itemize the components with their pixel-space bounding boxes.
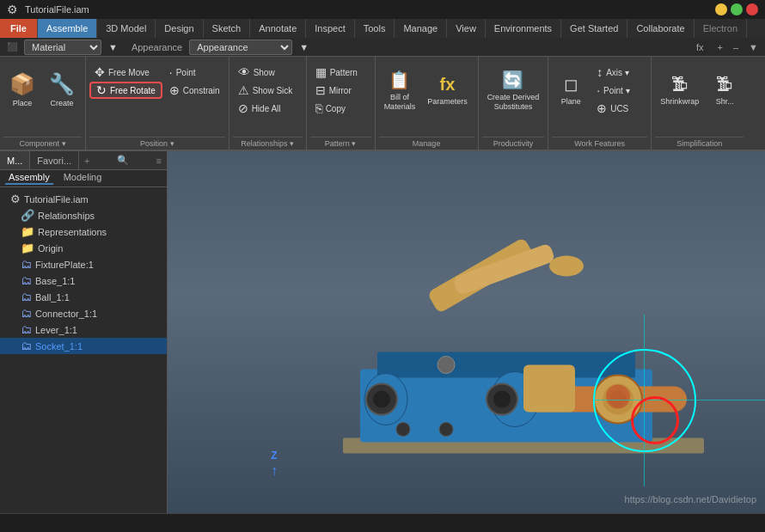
assembly-tab[interactable]: Assembly	[5, 172, 53, 185]
viewport[interactable]: Z ↑ https://blog.csdn.net/Davidietop	[168, 151, 765, 513]
constrain-icon: ⊕	[169, 83, 180, 97]
work-features-section-label: Work Features	[552, 137, 647, 150]
create-derived-icon: 🔄	[502, 70, 523, 90]
menu-tab-design[interactable]: Design	[156, 19, 203, 38]
lever-icon: 🗂	[21, 323, 32, 336]
hide-all-icon: ⊘	[238, 101, 248, 115]
create-icon: 🔧	[49, 72, 75, 96]
close-btn[interactable]	[746, 3, 758, 15]
tree-item-fixtureplate[interactable]: 🗂 FixturePlate:1	[0, 256, 167, 272]
menu-tab-sketch[interactable]: Sketch	[204, 19, 251, 38]
tree-item-connector[interactable]: 🗂 Connector_1:1	[0, 305, 167, 321]
ribbon-section-productivity: 🔄 Create DerivedSubstitutes Productivity	[479, 57, 549, 150]
ball-icon: 🗂	[21, 290, 32, 303]
ribbon-section-pattern: ▦ Pattern ⊟ Mirror ⎘ Copy Pattern ▾	[307, 57, 376, 150]
bom-button[interactable]: 📋 Bill ofMaterials	[379, 60, 421, 120]
tree-item-origin[interactable]: 📁 Origin	[0, 240, 167, 256]
material-select[interactable]: Material	[24, 40, 101, 55]
menu-tab-annotate[interactable]: Annotate	[250, 19, 306, 38]
tree-item-socket[interactable]: 🗂 Socket_1:1	[0, 338, 167, 354]
socket-icon: 🗂	[21, 339, 32, 352]
pattern-button[interactable]: ▦ Pattern	[310, 64, 363, 81]
minimize-btn[interactable]	[715, 3, 727, 15]
parameters-button[interactable]: fx Parameters	[422, 60, 473, 120]
sidebar-tab-model[interactable]: M...	[0, 151, 30, 169]
sidebar-search[interactable]: 🔍	[112, 151, 134, 169]
free-rotate-button[interactable]: ↻ Free Rotate	[89, 82, 162, 99]
point-button[interactable]: · Point	[164, 64, 225, 81]
show-button[interactable]: 👁 Show	[233, 64, 298, 81]
menu-tab-manage[interactable]: Manage	[395, 19, 447, 38]
mirror-button[interactable]: ⊟ Mirror	[310, 82, 363, 99]
place-icon: 📦	[9, 72, 35, 96]
svg-point-12	[549, 255, 584, 276]
show-icon: 👁	[238, 65, 250, 79]
svg-point-19	[396, 422, 410, 436]
svg-rect-13	[523, 364, 575, 412]
sidebar-tab-favorites[interactable]: Favori...	[30, 151, 79, 169]
red-circle-highlight	[631, 396, 679, 444]
create-derived-button[interactable]: 🔄 Create DerivedSubstitutes	[482, 60, 545, 120]
relationships-col: 👁 Show ⚠ Show Sick ⊘ Hide All	[233, 60, 298, 117]
menu-tab-file[interactable]: File	[0, 19, 38, 38]
axis-indicator: Z ↑	[271, 449, 278, 479]
plane-button[interactable]: ◻ Plane	[552, 60, 590, 120]
shrinkwrap-button[interactable]: 🗜 Shrinkwrap	[655, 60, 704, 120]
ribbon-section-manage: 📋 Bill ofMaterials fx Parameters Manage	[376, 57, 479, 150]
maximize-btn[interactable]	[731, 3, 743, 15]
relationships-icon: 🔗	[21, 209, 34, 222]
place-button[interactable]: 📦 Place	[3, 60, 41, 120]
sidebar-tab-add[interactable]: +	[79, 151, 95, 169]
shrinkwrap2-button[interactable]: 🗜 Shr...	[706, 60, 744, 120]
menu-tab-electron[interactable]: Electron	[695, 19, 747, 38]
watermark: https://blog.csdn.net/Davidietop	[625, 494, 756, 504]
copy-button[interactable]: ⎘ Copy	[310, 100, 363, 117]
root-icon: ⚙	[10, 193, 21, 205]
create-button[interactable]: 🔧 Create	[43, 60, 81, 120]
appearance-select[interactable]: Appearance	[189, 40, 292, 55]
svg-point-20	[439, 422, 453, 436]
ribbon: 📦 Place 🔧 Create Component ▾ ✥ Free Move…	[0, 57, 765, 151]
position-col2: · Point ⊕ Constrain	[164, 60, 225, 99]
free-move-icon: ✥	[95, 65, 105, 79]
axis-button[interactable]: ↕ Axis ▾	[591, 64, 634, 81]
point-icon: ·	[169, 65, 173, 79]
constrain-button[interactable]: ⊕ Constrain	[164, 82, 225, 99]
tree-item-base[interactable]: 🗂 Base_1:1	[0, 272, 167, 289]
fx-icon: fx	[696, 42, 704, 52]
svg-point-9	[493, 390, 511, 407]
menu-tab-inspect[interactable]: Inspect	[306, 19, 354, 38]
component-section-label: Component ▾	[3, 137, 82, 150]
component-tree: ⚙ TutorialFile.iam 🔗 Relationships 📁 Rep…	[0, 187, 167, 513]
tree-item-ball[interactable]: 🗂 Ball_1:1	[0, 289, 167, 305]
menu-tab-collaborate[interactable]: Collaborate	[627, 19, 694, 38]
modeling-tab[interactable]: Modeling	[60, 172, 106, 185]
menu-bar: File Assemble 3D Model Design Sketch Ann…	[0, 19, 765, 38]
tree-item-root[interactable]: ⚙ TutorialFile.iam	[0, 191, 167, 207]
menu-tab-view[interactable]: View	[447, 19, 486, 38]
tree-item-lever[interactable]: 🗂 Lever_1:1	[0, 321, 167, 338]
ucs-button[interactable]: ⊕ UCS	[591, 100, 634, 117]
menu-tab-getstarted[interactable]: Get Started	[561, 19, 627, 38]
tree-item-representations[interactable]: 📁 Representations	[0, 223, 167, 240]
tree-item-relationships[interactable]: 🔗 Relationships	[0, 207, 167, 223]
copy-icon: ⎘	[315, 101, 322, 115]
hide-all-button[interactable]: ⊘ Hide All	[233, 100, 298, 117]
free-move-button[interactable]: ✥ Free Move	[89, 64, 162, 81]
menu-tab-3dmodel[interactable]: 3D Model	[97, 19, 156, 38]
simplification-section-label: Simplification	[655, 137, 744, 150]
position-section-label: Position ▾	[89, 137, 225, 150]
menu-tab-environments[interactable]: Environments	[486, 19, 561, 38]
main-area: M... Favori... + 🔍 ≡ Assembly Modeling ⚙…	[0, 151, 765, 513]
point-wf-button[interactable]: · Point ▾	[591, 82, 634, 99]
menu-tab-assemble[interactable]: Assemble	[38, 19, 97, 38]
pattern-section-label: Pattern ▾	[310, 137, 371, 150]
status-bar	[0, 513, 765, 532]
plane-icon: ◻	[564, 74, 578, 95]
sidebar-tabs: M... Favori... + 🔍 ≡	[0, 151, 167, 170]
fixtureplate-icon: 🗂	[21, 258, 32, 271]
sidebar-menu[interactable]: ≡	[151, 151, 167, 169]
base-icon: 🗂	[21, 274, 32, 287]
menu-tab-tools[interactable]: Tools	[355, 19, 395, 38]
show-sick-button[interactable]: ⚠ Show Sick	[233, 82, 298, 99]
